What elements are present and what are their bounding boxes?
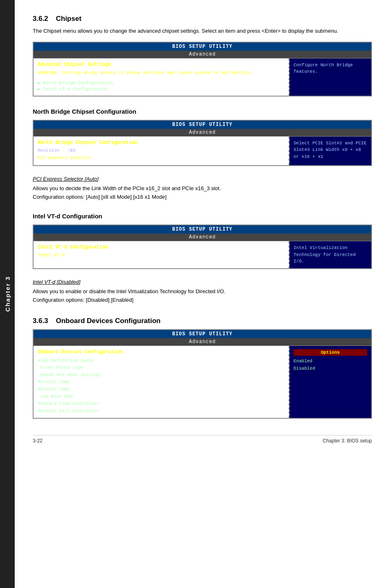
bios-north-bridge-menu[interactable]: North Bridge Configuration <box>38 80 285 85</box>
bios-header-chipset: BIOS SETUP UTILITY <box>34 43 371 51</box>
vtd-desc-title: Intel VT-d [Disabled] <box>33 279 372 285</box>
pci-desc-block: PCI Express Selector [Auto] Allows you t… <box>33 176 372 202</box>
section-363-title: Onboard Devices Configuration <box>56 317 161 325</box>
footer-chapter-label: Chapter 3: BIOS setup <box>323 438 372 444</box>
bios-right-onboard: Options Enabled Disabled <box>289 346 371 418</box>
onboard-val-6: [Enabled] <box>104 400 131 408</box>
option-enabled[interactable]: Enabled <box>294 357 367 365</box>
chapter-label: Chapter 3 <box>4 276 11 312</box>
bios-left-onboard: Onboard Devices Configuration High Defin… <box>34 346 289 418</box>
onboard-item-7[interactable]: Marvell 9123 Controller <box>38 408 100 415</box>
bios-nb-title: North Bridge Chipset Configuration <box>38 140 285 146</box>
bios-vtd-row[interactable]: Intel VT-d [Disabled] <box>38 253 285 258</box>
bios-nb-pci-value: [Auto] <box>268 155 285 160</box>
pci-desc-text: Allows you to decide the Link Width of t… <box>33 184 372 202</box>
bios-body-onboard: Onboard Devices Configuration High Defin… <box>34 346 371 418</box>
bios-vtd-title: Intel VT-d Configuration <box>38 245 285 250</box>
section-363-number: 3.6.3 <box>33 317 48 325</box>
bios-header-vtd: BIOS SETUP UTILITY <box>34 225 371 233</box>
bios-onboard-title: Onboard Devices Configuration <box>38 349 285 355</box>
bios-vtd-label: Intel VT-d <box>38 253 65 258</box>
bios-right-vtd: Intel Virtualization Technology for Dire… <box>289 241 371 268</box>
bios-body-vtd: Intel VT-d Configuration Intel VT-d [Dis… <box>34 241 371 268</box>
chapter-sidebar: Chapter 3 <box>0 0 15 588</box>
section-363-heading: 3.6.3 Onboard Devices Configuration <box>33 317 372 325</box>
onboard-val-7: [IDE Mode] <box>104 408 131 415</box>
bios-body-nb: North Bridge Chipset Configuration Revis… <box>34 137 371 165</box>
onboard-item-2[interactable]: SPDIF OUT Mode Setting <box>38 372 100 379</box>
main-content: 3.6.2 Chipset The Chipset menu allows yo… <box>15 0 390 588</box>
subsection-northbridge: North Bridge Chipset Configuration BIOS … <box>33 108 372 202</box>
bios-tab-vtd: Advanced <box>34 233 371 241</box>
bios-onboard-values: [Enabled] [HD Audio] [SPDIF] [Enabled] [… <box>100 357 131 415</box>
option-disabled[interactable]: Disabled <box>294 365 367 373</box>
bios-vt-menu[interactable]: Intel VT-d Configuration <box>38 86 285 92</box>
vtd-heading: Intel VT-d Configuration <box>33 213 372 220</box>
bios-header-onboard: BIOS SETUP UTILITY <box>34 330 371 338</box>
onboard-item-0[interactable]: High Definition Audio <box>38 357 100 365</box>
section-362-heading: 3.6.2 Chipset <box>33 15 372 23</box>
bios-left-chipset: Advanced Chipset Settings WARNING: Setti… <box>34 58 289 96</box>
bios-options-header: Options <box>294 349 367 356</box>
bios-chipset-warning: WARNING: Setting wrong values in below s… <box>38 70 285 76</box>
vtd-desc-text: Allows you to enable or disable the Inte… <box>33 287 372 305</box>
bios-vtd-value: [Disabled] <box>258 253 285 258</box>
bios-nb-revision-row: Revision :B3 <box>38 148 285 153</box>
bios-nb-revision-value: :B3 <box>59 148 285 153</box>
bios-right-chipset: Configure North Bridge features. <box>289 58 371 96</box>
bios-right-chipset-text: Configure North Bridge features. <box>294 62 367 75</box>
bios-tab-nb: Advanced <box>34 129 371 137</box>
bios-right-nb-text: Select PCIE Slot#2 and PCIE Slot#3 Link … <box>294 140 367 160</box>
bios-tab-chipset: Advanced <box>34 51 371 58</box>
onboard-val-3: [Enabled] <box>104 379 131 386</box>
section-363: 3.6.3 Onboard Devices Configuration BIOS… <box>33 317 372 419</box>
page-wrapper: Chapter 3 3.6.2 Chipset The Chipset menu… <box>0 0 390 588</box>
bios-right-nb: Select PCIE Slot#2 and PCIE Slot#3 Link … <box>289 137 371 165</box>
northbridge-heading: North Bridge Chipset Configuration <box>33 108 372 115</box>
section-362: 3.6.2 Chipset The Chipset menu allows yo… <box>33 15 372 97</box>
onboard-val-5: [Disabled] <box>104 393 131 401</box>
onboard-val-2: [SPDIF] <box>104 372 131 379</box>
onboard-item-1[interactable]: Front Panel Type <box>38 364 100 372</box>
bios-body-chipset: Advanced Chipset Settings WARNING: Setti… <box>34 58 371 96</box>
onboard-val-4: [Enabled] <box>104 386 131 393</box>
bios-header-nb: BIOS SETUP UTILITY <box>34 121 371 129</box>
section-362-title: Chipset <box>56 15 81 22</box>
bios-nb-revision-label: Revision <box>38 148 59 153</box>
bios-box-vtd: BIOS SETUP UTILITY Advanced Intel VT-d C… <box>33 224 372 269</box>
subsection-vtd: Intel VT-d Configuration BIOS SETUP UTIL… <box>33 213 372 304</box>
bios-box-northbridge: BIOS SETUP UTILITY Advanced North Bridge… <box>33 120 372 166</box>
onboard-item-4[interactable]: Marvell LAN2 <box>38 386 100 393</box>
section-362-desc: The Chipset menu allows you to change th… <box>33 27 372 35</box>
bios-box-onboard: BIOS SETUP UTILITY Advanced Onboard Devi… <box>33 329 372 419</box>
onboard-item-3[interactable]: Marvell LAN1 <box>38 379 100 386</box>
bios-options-list: Enabled Disabled <box>294 357 367 373</box>
bios-left-nb: North Bridge Chipset Configuration Revis… <box>34 137 289 165</box>
bios-chipset-title: Advanced Chipset Settings <box>38 62 285 67</box>
bios-tab-onboard: Advanced <box>34 338 371 346</box>
footer-page-number: 3-22 <box>33 438 43 444</box>
bios-nb-pci-row[interactable]: PCI Express Selector [Auto] <box>38 155 285 160</box>
bios-right-vtd-text: Intel Virtualization Technology for Dire… <box>294 245 367 265</box>
onboard-item-6[interactable]: Onboard 1394 Controller <box>38 400 100 408</box>
onboard-val-1: [HD Audio] <box>104 364 131 372</box>
bios-onboard-labels: High Definition Audio Front Panel Type S… <box>38 357 100 415</box>
pci-desc-title: PCI Express Selector [Auto] <box>33 176 372 182</box>
page-footer: 3-22 Chapter 3: BIOS setup <box>33 435 372 444</box>
vtd-desc-block: Intel VT-d [Disabled] Allows you to enab… <box>33 279 372 305</box>
bios-onboard-items-container: High Definition Audio Front Panel Type S… <box>38 357 285 415</box>
onboard-item-5[interactable]: LAN Boot ROM <box>38 393 100 401</box>
onboard-val-0: [Enabled] <box>104 357 131 365</box>
bios-left-vtd: Intel VT-d Configuration Intel VT-d [Dis… <box>34 241 289 268</box>
bios-box-chipset: BIOS SETUP UTILITY Advanced Advanced Chi… <box>33 42 372 97</box>
bios-nb-pci-label: PCI Express Selector <box>38 155 92 160</box>
section-362-number: 3.6.2 <box>33 15 48 22</box>
